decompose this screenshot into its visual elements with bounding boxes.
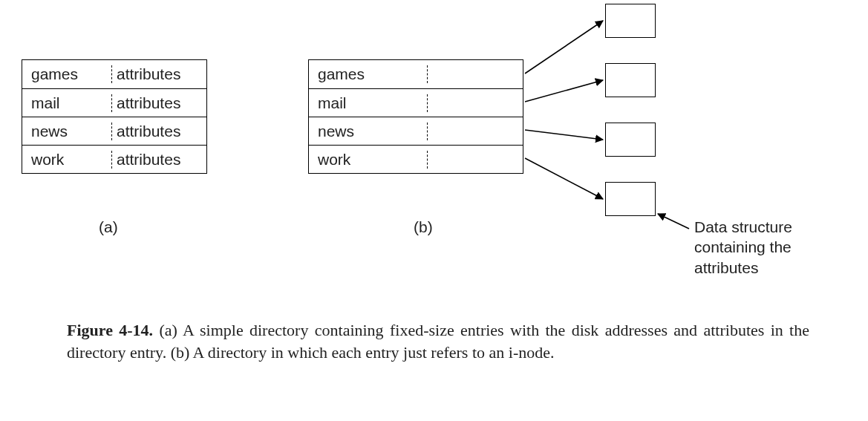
entry-name: games: [309, 65, 428, 83]
subfigure-label-a: (a): [99, 218, 118, 236]
entry-name: news: [22, 123, 111, 140]
entry-name: mail: [22, 94, 111, 112]
inode-box: [605, 123, 656, 157]
svg-line-2: [525, 130, 603, 140]
svg-line-0: [525, 21, 603, 74]
table-row: news attributes: [22, 117, 206, 145]
svg-line-4: [658, 214, 689, 229]
table-row: work attributes: [22, 145, 206, 173]
entry-name: games: [22, 65, 111, 83]
callout-label: Data structure containing the attributes: [694, 217, 843, 278]
entry-attributes: attributes: [111, 94, 206, 112]
table-row: news: [309, 117, 523, 145]
table-row: mail: [309, 88, 523, 117]
table-row: work: [309, 145, 523, 173]
entry-attributes: attributes: [111, 123, 206, 140]
svg-line-1: [525, 80, 603, 102]
figure-number: Figure 4-14.: [67, 321, 153, 339]
entry-attributes: attributes: [111, 151, 206, 169]
table-row: games attributes: [22, 60, 206, 88]
caption-text: (a) A simple directory containing fixed-…: [67, 321, 809, 362]
entry-name: news: [309, 123, 428, 140]
inode-box: [605, 63, 656, 97]
entry-name: work: [22, 151, 111, 169]
directory-table-a: games attributes mail attributes news at…: [22, 59, 207, 174]
inode-box: [605, 182, 656, 216]
figure-caption: Figure 4-14. (a) A simple directory cont…: [67, 319, 809, 363]
table-row: games: [309, 60, 523, 88]
entry-name: work: [309, 151, 428, 169]
directory-table-b: games mail news work: [308, 59, 523, 174]
table-row: mail attributes: [22, 88, 206, 117]
svg-line-3: [525, 158, 603, 199]
entry-attributes: attributes: [111, 65, 206, 83]
entry-name: mail: [309, 94, 428, 112]
inode-box: [605, 4, 656, 38]
subfigure-label-b: (b): [414, 218, 433, 236]
